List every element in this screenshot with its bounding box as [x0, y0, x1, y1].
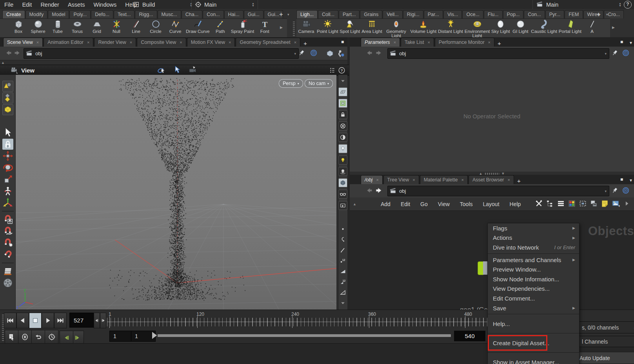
network-toolbar-icon[interactable] [568, 199, 576, 208]
network-toolbar-icon[interactable] [590, 199, 598, 208]
shelf-tab[interactable]: Model [48, 10, 69, 18]
shelf-tab[interactable]: Cha... [182, 10, 202, 18]
go-end-button[interactable] [54, 313, 67, 328]
close-icon[interactable]: × [461, 177, 463, 182]
context-menu-item[interactable]: ▶ [488, 333, 579, 333]
shelf-tool[interactable]: Box [9, 19, 28, 34]
context-menu-item[interactable]: Save ▶ [488, 303, 579, 313]
shelf-tool[interactable]: Geometry Light [383, 19, 410, 38]
close-icon[interactable]: × [412, 177, 415, 182]
shelf-tool[interactable]: Path [211, 19, 230, 34]
toolbar-button[interactable] [2, 186, 13, 197]
display-toggle-button[interactable] [338, 190, 347, 199]
context-menu-item[interactable]: Edit Comment... ▶ [488, 293, 579, 303]
menubar-item[interactable]: Render [36, 0, 64, 9]
projection-selector[interactable]: Persp▾ [279, 79, 303, 88]
shelf-tab[interactable]: Part... [339, 10, 360, 18]
display-toggle-button[interactable] [339, 77, 347, 85]
network-toolbar-icon[interactable]: + [612, 199, 620, 208]
audio-button[interactable] [18, 330, 32, 344]
camera-selector[interactable]: No cam▾ [305, 79, 333, 88]
toolbar-button[interactable] [2, 81, 13, 92]
close-icon[interactable]: × [427, 40, 430, 45]
shelf-splitter-handle[interactable] [293, 22, 295, 37]
context-menu-item[interactable]: Create Digital Asset... ▶ [488, 335, 579, 351]
node-display-flag[interactable] [478, 261, 483, 275]
shelf-tool[interactable]: Tube [48, 19, 67, 34]
shelf-tab[interactable]: Par... [424, 10, 443, 18]
network-menu-item[interactable]: Help [505, 201, 526, 207]
display-toggle-button[interactable] [338, 144, 347, 153]
shelf-tool[interactable]: Point Light [316, 19, 339, 34]
radial-menu-icon[interactable] [622, 187, 630, 194]
shelf-tab[interactable]: Con... [203, 10, 223, 18]
context-menu-item[interactable]: ▶ [488, 314, 579, 314]
step-forward-button[interactable] [100, 313, 106, 328]
display-toggle-button[interactable]: 12 [339, 257, 347, 265]
context-menu-item[interactable]: ▶ [488, 352, 579, 353]
shelf-tool[interactable]: Distant Light [437, 19, 464, 34]
network-menu-item[interactable]: Add [376, 201, 396, 207]
toolbar-button[interactable] [2, 127, 13, 138]
toolbar-button[interactable] [2, 211, 14, 212]
pane-maximize-icon[interactable]: ■ [620, 39, 623, 45]
close-icon[interactable]: × [294, 40, 296, 45]
menubar-item[interactable]: Windows [89, 0, 121, 9]
display-toggle-button[interactable] [339, 288, 347, 297]
display-toggle-button[interactable] [338, 87, 347, 96]
shelf-tool[interactable]: A [582, 19, 602, 34]
pane-tab[interactable]: Geometry Spreadsheet× [236, 38, 300, 47]
context-menu-item[interactable]: Show Node Information... ▶ [488, 274, 579, 284]
scroll-up-icon[interactable]: ▲ [353, 202, 356, 206]
pane-tab[interactable]: Material Palette× [420, 175, 468, 184]
scene-selector[interactable]: Main ▲▼ [191, 0, 258, 9]
close-icon[interactable]: × [130, 40, 132, 45]
auto-update-selector[interactable]: Auto Update ▲▼ [576, 352, 634, 364]
play-button[interactable] [42, 313, 54, 328]
display-mode-cube-icon[interactable] [325, 49, 334, 58]
context-menu-item[interactable]: Help... ▶ [488, 315, 579, 332]
view-orbit-icon[interactable] [157, 65, 166, 75]
shelf-tab[interactable]: Vis... [443, 10, 462, 18]
display-toggle-button[interactable] [338, 167, 347, 176]
radial-menu-icon[interactable] [622, 49, 630, 57]
toolbar-button[interactable] [2, 104, 13, 115]
shelf-tool[interactable]: Grid [87, 19, 107, 34]
shelf-tab[interactable]: Hai... [224, 10, 243, 18]
pane-add-tab-button[interactable]: + [301, 40, 309, 47]
pane-tab[interactable]: Scene View× [3, 38, 43, 47]
shelf-add-tab-button[interactable]: + [277, 11, 285, 18]
display-toggle-button[interactable] [338, 110, 347, 119]
step-back-button[interactable] [94, 313, 100, 328]
display-toggle-button[interactable] [339, 299, 347, 307]
network-toolbar-icon[interactable] [557, 199, 565, 208]
shelf-tab[interactable]: Pop... [503, 10, 524, 18]
previous-key-button[interactable] [60, 331, 73, 344]
toolbar-button[interactable] [2, 150, 13, 161]
network-menu-item[interactable]: Go [415, 201, 433, 207]
nav-forward-icon[interactable] [375, 187, 383, 194]
shelf-tab[interactable]: Modify [25, 10, 48, 18]
shelf-tab[interactable]: FEM [565, 10, 583, 18]
shelf-tab[interactable]: Rigg... [135, 10, 157, 18]
shelf-tab-menu-icon[interactable]: ▾ [605, 13, 609, 16]
shelf-tool[interactable]: Spray Paint [230, 19, 255, 34]
display-toggle-button[interactable] [338, 201, 347, 210]
display-toggle-button[interactable] [338, 121, 347, 130]
toolbar-button[interactable] [2, 92, 13, 103]
params-path-combo[interactable]: obj ▾ [387, 48, 609, 59]
undo-playbar-button[interactable] [31, 330, 45, 344]
network-toolbar-icon[interactable] [546, 199, 554, 208]
help-badge-icon[interactable]: ? [624, 1, 632, 9]
shelf-tab[interactable]: Defo... [91, 10, 113, 18]
shelf-tool[interactable]: Circle [146, 19, 165, 34]
close-icon[interactable]: × [488, 40, 490, 45]
shelf-scroll-right-icon[interactable]: ▶ [611, 25, 616, 29]
network-path-combo[interactable]: obj ▾ [387, 186, 609, 196]
display-toggle-button[interactable] [338, 133, 347, 142]
pane-tab[interactable]: Asset Browser× [469, 175, 514, 184]
shelf-tool[interactable]: Null [107, 19, 126, 34]
shelf-add-tab-button[interactable]: + [594, 11, 603, 18]
radial-menu-icon[interactable] [310, 49, 318, 57]
pane-tab[interactable]: Animation Editor× [44, 38, 93, 47]
